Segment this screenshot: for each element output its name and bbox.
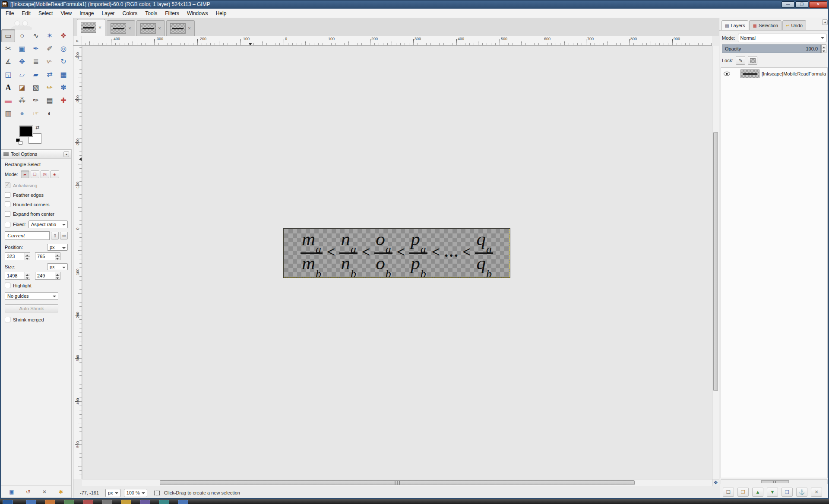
- tool-scale[interactable]: ◱: [1, 68, 15, 81]
- taskbar-app-icon[interactable]: [3, 500, 13, 504]
- position-y-field[interactable]: 765: [35, 252, 63, 260]
- taskbar-app-icon[interactable]: [159, 500, 169, 504]
- taskbar-app-icon[interactable]: [178, 500, 188, 504]
- tool-heal[interactable]: ✚: [57, 94, 70, 107]
- menu-filters[interactable]: Filters: [161, 9, 183, 18]
- tool-perspective[interactable]: ▰: [29, 68, 43, 81]
- menu-colors[interactable]: Colors: [119, 9, 142, 18]
- raise-layer-button[interactable]: ▲: [752, 488, 763, 497]
- tool-text[interactable]: A: [1, 81, 15, 94]
- panel-menu-button[interactable]: ◂: [63, 151, 69, 157]
- layer-row-1[interactable]: [Inkscape]MobileReadFormula1: [721, 68, 827, 80]
- menu-windows[interactable]: Windows: [183, 9, 212, 18]
- layer-list-scrollbar[interactable]: [721, 479, 828, 484]
- minimize-button[interactable]: —: [782, 1, 794, 8]
- position-x-field[interactable]: 323: [5, 252, 32, 260]
- layer-name[interactable]: [Inkscape]MobileReadFormula1: [762, 71, 826, 76]
- vertical-ruler[interactable]: -400-300-200-1000100200300400500: [73, 46, 82, 479]
- lower-layer-button[interactable]: ▼: [767, 488, 778, 497]
- portrait-button[interactable]: ▯: [51, 232, 59, 239]
- highlight-checkbox[interactable]: [5, 283, 10, 288]
- ruler-corner[interactable]: ▶: [73, 36, 82, 46]
- expand-from-center-checkbox[interactable]: Expand from center: [5, 211, 68, 217]
- shrink-merged-row[interactable]: Shrink merged: [5, 317, 68, 322]
- restore-tool-preset-button[interactable]: ↺: [23, 488, 33, 496]
- delete-tool-preset-button[interactable]: ✕: [39, 488, 50, 496]
- tool-foreground-select[interactable]: ▣: [15, 42, 29, 55]
- taskbar-app-icon[interactable]: [140, 500, 150, 504]
- navigation-button[interactable]: ✥: [712, 479, 719, 486]
- new-layer-group-button[interactable]: ❐: [737, 488, 749, 497]
- position-x-stepper[interactable]: [25, 252, 30, 260]
- close-icon[interactable]: ✕: [158, 26, 161, 31]
- canvas-image[interactable]: mamb<nanb<oaob<papb<…<qaqb: [284, 229, 510, 277]
- antialiasing-checkbox[interactable]: Antialiasing: [5, 183, 68, 188]
- layer-link-cell[interactable]: [733, 69, 738, 79]
- tool-eraser[interactable]: ▬: [1, 94, 15, 107]
- close-icon[interactable]: ✕: [98, 25, 102, 30]
- horizontal-scrollbar[interactable]: [82, 479, 712, 486]
- checkbox[interactable]: [5, 192, 10, 198]
- tool-rectangle-select[interactable]: ▭: [1, 29, 15, 42]
- close-icon[interactable]: ✕: [188, 26, 191, 31]
- image-tab-1[interactable]: ✕: [77, 19, 105, 36]
- guides-dropdown[interactable]: No guides: [5, 292, 58, 300]
- size-width-stepper[interactable]: [25, 272, 30, 280]
- tab-undo[interactable]: ↩ Undo: [782, 20, 806, 30]
- auto-shrink-button[interactable]: Auto Shrink: [5, 304, 58, 312]
- taskbar-app-icon[interactable]: [26, 500, 36, 504]
- opacity-slider[interactable]: Opacity 100.0: [722, 44, 821, 53]
- tool-shear[interactable]: ▱: [15, 68, 29, 81]
- foreground-color-swatch[interactable]: [20, 126, 33, 136]
- tool-crop[interactable]: ✃: [43, 55, 57, 68]
- duplicate-layer-button[interactable]: ❑: [782, 488, 793, 497]
- tool-scissors-select[interactable]: ✂: [1, 42, 15, 55]
- horizontal-ruler[interactable]: -400-300-200-100010020030040050060070080…: [82, 36, 712, 46]
- tool-move[interactable]: ✥: [15, 55, 29, 68]
- tool-blend[interactable]: ▧: [29, 81, 43, 94]
- mode-subtract-button[interactable]: ◳: [41, 170, 49, 178]
- mode-replace-button[interactable]: ▰: [21, 170, 29, 178]
- tool-alignment[interactable]: ≣: [29, 55, 43, 68]
- menu-view[interactable]: View: [57, 9, 76, 18]
- highlight-checkbox-row[interactable]: Highlight: [5, 283, 68, 288]
- save-tool-preset-button[interactable]: ▣: [6, 488, 17, 496]
- tool-color-picker[interactable]: ✐: [43, 42, 57, 55]
- reset-tool-options-button[interactable]: ✱: [56, 488, 66, 496]
- checkbox[interactable]: [5, 202, 10, 207]
- checkbox[interactable]: [5, 183, 10, 188]
- new-layer-button[interactable]: ❏: [723, 488, 734, 497]
- menu-tools[interactable]: Tools: [141, 9, 161, 18]
- tab-layers[interactable]: ▤ Layers: [721, 20, 748, 30]
- position-unit-dropdown[interactable]: px: [47, 244, 68, 251]
- taskbar-app-icon[interactable]: [102, 500, 112, 504]
- close-button[interactable]: ✕: [809, 1, 827, 8]
- taskbar-app-icon[interactable]: [83, 500, 93, 504]
- close-icon[interactable]: ✕: [128, 26, 132, 31]
- tool-ellipse-select[interactable]: ○: [15, 29, 29, 42]
- maximize-button[interactable]: ❐: [795, 1, 808, 8]
- tool-free-select[interactable]: ∿: [29, 29, 43, 42]
- tool-blur-sharpen[interactable]: ●: [15, 107, 29, 120]
- tool-fuzzy-select[interactable]: ✶: [43, 29, 57, 42]
- tool-paintbrush[interactable]: ✽: [57, 81, 70, 94]
- fixed-mode-dropdown[interactable]: Aspect ratio: [28, 220, 68, 228]
- default-colors-icon[interactable]: [16, 139, 24, 145]
- checkbox[interactable]: [5, 211, 10, 217]
- menu-file[interactable]: File: [2, 9, 18, 18]
- tool-bucket-fill[interactable]: ◪: [15, 81, 29, 94]
- aspect-ratio-input[interactable]: Current: [5, 231, 50, 240]
- lock-alpha-button[interactable]: [748, 56, 757, 65]
- vertical-scrollbar-thumb[interactable]: [713, 132, 718, 391]
- canvas-viewport[interactable]: mamb<nanb<oaob<papb<…<qaqb: [82, 46, 712, 479]
- menu-help[interactable]: Help: [212, 9, 231, 18]
- menu-layer[interactable]: Layer: [98, 9, 119, 18]
- tool-select-by-color[interactable]: ❖: [57, 29, 70, 42]
- taskbar-app-icon[interactable]: [64, 500, 74, 504]
- menu-select[interactable]: Select: [35, 9, 57, 18]
- menu-image[interactable]: Image: [76, 9, 98, 18]
- unit-dropdown[interactable]: px: [105, 489, 120, 497]
- tool-airbrush[interactable]: ⁂: [15, 94, 29, 107]
- size-height-stepper[interactable]: [55, 272, 60, 280]
- tab-selection[interactable]: ▦ Selection: [749, 20, 782, 30]
